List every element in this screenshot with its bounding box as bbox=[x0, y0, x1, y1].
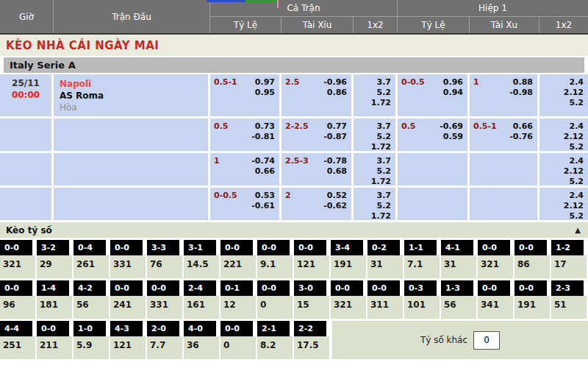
score-odds-value[interactable]: 51 bbox=[551, 296, 587, 319]
odds-cell-half-overunder[interactable]: 0.5-1 0.66-0.76 bbox=[470, 118, 537, 151]
score-label[interactable]: 4-3 bbox=[110, 321, 143, 336]
odds-value[interactable]: 0.95 bbox=[210, 88, 275, 98]
score-odds-value[interactable]: 331 bbox=[110, 255, 146, 278]
odds-cell-full-handicap[interactable]: 0.5-1 0.970.95 bbox=[210, 74, 279, 116]
odds-value[interactable]: 0.86 bbox=[282, 88, 347, 98]
odds-cell-full-handicap[interactable]: 1 -0.740.66 bbox=[210, 153, 279, 185]
odds-value[interactable]: 3.7 bbox=[354, 77, 391, 88]
score-label[interactable]: 3-1 bbox=[184, 240, 216, 255]
odds-value[interactable]: -0.61 bbox=[210, 201, 275, 211]
odds-cell-full-1x2[interactable]: 3.75.21.72 bbox=[354, 188, 395, 220]
score-odds-value[interactable]: 9.1 bbox=[257, 255, 293, 278]
score-label[interactable]: 0-0 bbox=[257, 240, 290, 255]
odds-value[interactable]: 3.7 bbox=[354, 156, 391, 166]
score-odds-value[interactable]: 31 bbox=[368, 255, 403, 278]
odds-value[interactable]: 0.94 bbox=[398, 88, 463, 98]
score-odds-value[interactable]: 121 bbox=[294, 255, 329, 278]
score-label[interactable]: 0-1 bbox=[220, 280, 253, 296]
score-odds-cell[interactable]: 4-4 251 bbox=[0, 321, 37, 359]
odds-cell-half-handicap[interactable]: 0-0.5 0.960.94 bbox=[398, 74, 467, 116]
score-odds-cell[interactable]: 0-0 331 bbox=[147, 280, 184, 319]
score-odds-cell[interactable]: 1-4 181 bbox=[37, 280, 74, 319]
score-odds-cell[interactable]: 0-0 341 bbox=[478, 280, 514, 319]
score-odds-value[interactable]: 0 bbox=[220, 336, 256, 359]
odds-value[interactable]: -0.98 bbox=[470, 88, 533, 98]
score-odds-value[interactable]: 341 bbox=[478, 296, 513, 319]
score-label[interactable]: 1-3 bbox=[441, 280, 473, 296]
odds-value[interactable]: 5.2 bbox=[539, 211, 584, 220]
score-odds-value[interactable]: 321 bbox=[0, 255, 35, 278]
odds-value[interactable]: -0.81 bbox=[210, 132, 275, 142]
odds-cell-full-overunder[interactable]: 2.5 -0.960.86 bbox=[282, 74, 351, 116]
odds-cell-half-1x2[interactable]: 2.42.125.2 bbox=[539, 118, 588, 151]
score-odds-cell[interactable]: 0-0 321 bbox=[0, 240, 37, 278]
score-label[interactable]: 2-0 bbox=[147, 321, 179, 336]
odds-cell-full-1x2[interactable]: 3.75.21.72 bbox=[354, 153, 395, 185]
score-odds-cell[interactable]: 0-2 31 bbox=[368, 240, 404, 278]
score-odds-cell[interactable]: 0-0 221 bbox=[220, 240, 257, 278]
score-label[interactable]: 0-0 bbox=[0, 240, 32, 255]
score-label[interactable]: 0-0 bbox=[147, 280, 179, 296]
odds-cell-full-handicap[interactable]: 0.5 0.73-0.81 bbox=[210, 118, 279, 151]
score-odds-cell[interactable]: 2-1 8.2 bbox=[257, 321, 294, 359]
score-odds-value[interactable]: 121 bbox=[110, 336, 146, 359]
odds-cell-half-1x2[interactable]: 2.42.125.2 bbox=[539, 188, 588, 220]
odds-value[interactable]: 5.2 bbox=[539, 177, 584, 185]
score-odds-value[interactable]: 29 bbox=[37, 255, 72, 278]
collapse-arrow-icon[interactable]: ▲ bbox=[575, 226, 581, 234]
odds-value[interactable]: 0.88 bbox=[470, 77, 533, 88]
score-label[interactable]: 0-0 bbox=[514, 240, 547, 255]
odds-value[interactable]: 5.2 bbox=[539, 98, 584, 108]
score-label[interactable]: 0-0 bbox=[37, 321, 69, 336]
odds-value[interactable]: -0.74 bbox=[210, 156, 275, 166]
score-label[interactable]: 0-2 bbox=[368, 240, 400, 255]
odds-value[interactable]: 2.4 bbox=[539, 191, 584, 201]
odds-cell-full-overunder[interactable]: 2.5-3 -0.780.68 bbox=[282, 153, 351, 185]
score-odds-value[interactable]: 181 bbox=[37, 296, 72, 319]
score-odds-value[interactable]: 31 bbox=[441, 255, 476, 278]
odds-cell-full-1x2[interactable]: 3.75.21.72 bbox=[354, 74, 395, 116]
odds-value[interactable]: 3.7 bbox=[354, 191, 391, 201]
score-label[interactable]: 1-0 bbox=[74, 321, 106, 336]
odds-value[interactable]: -0.87 bbox=[282, 132, 347, 142]
score-section-header[interactable]: Kèo tỷ số ▲ bbox=[0, 222, 588, 238]
score-odds-cell[interactable]: 0-1 12 bbox=[220, 280, 257, 319]
score-odds-value[interactable]: 76 bbox=[147, 255, 182, 278]
score-odds-value[interactable]: 241 bbox=[110, 296, 146, 319]
score-odds-cell[interactable]: 0-0 321 bbox=[331, 280, 368, 319]
score-odds-value[interactable]: 86 bbox=[514, 255, 550, 278]
odds-value[interactable]: 2.12 bbox=[539, 201, 584, 211]
score-odds-value[interactable]: 211 bbox=[37, 336, 72, 359]
score-label[interactable]: 2-4 bbox=[184, 280, 216, 296]
odds-value[interactable]: 1.72 bbox=[354, 142, 391, 151]
score-odds-value[interactable]: 96 bbox=[0, 296, 35, 319]
score-label[interactable]: 3-0 bbox=[294, 280, 326, 296]
score-label[interactable]: 1-2 bbox=[551, 240, 584, 255]
score-label[interactable]: 3-2 bbox=[37, 240, 69, 255]
score-label[interactable]: 4-2 bbox=[74, 280, 106, 296]
odds-value[interactable]: 5.2 bbox=[354, 132, 391, 142]
odds-value[interactable]: 2.4 bbox=[539, 77, 584, 88]
odds-cell-full-overunder[interactable]: 2-2.5 0.77-0.87 bbox=[282, 118, 351, 151]
score-odds-cell[interactable]: 1-3 56 bbox=[441, 280, 478, 319]
score-label[interactable]: 3-3 bbox=[147, 240, 179, 255]
score-label[interactable]: 0-3 bbox=[404, 280, 437, 296]
score-odds-cell[interactable]: 4-2 56 bbox=[74, 280, 110, 319]
score-odds-cell[interactable]: 3-3 76 bbox=[147, 240, 184, 278]
score-label[interactable]: 4-4 bbox=[0, 321, 32, 336]
score-odds-cell[interactable]: 0-0 9.1 bbox=[257, 240, 294, 278]
odds-value[interactable]: 2.12 bbox=[539, 88, 584, 98]
score-odds-cell[interactable]: 3-0 15 bbox=[294, 280, 331, 319]
score-label[interactable]: 2-1 bbox=[257, 321, 290, 336]
score-label[interactable]: 3-4 bbox=[331, 240, 363, 255]
score-label[interactable]: 2-3 bbox=[551, 280, 584, 296]
score-label[interactable]: 0-0 bbox=[110, 280, 143, 296]
score-odds-cell[interactable]: 0-0 121 bbox=[294, 240, 331, 278]
score-odds-cell[interactable]: 3-2 29 bbox=[37, 240, 74, 278]
odds-value[interactable]: 2.4 bbox=[539, 121, 584, 132]
score-odds-value[interactable]: 321 bbox=[478, 255, 513, 278]
score-label[interactable]: 2-2 bbox=[294, 321, 326, 336]
odds-value[interactable]: 0.68 bbox=[282, 166, 347, 177]
score-odds-value[interactable]: 311 bbox=[368, 296, 403, 319]
score-odds-cell[interactable]: 0-0 241 bbox=[110, 280, 147, 319]
